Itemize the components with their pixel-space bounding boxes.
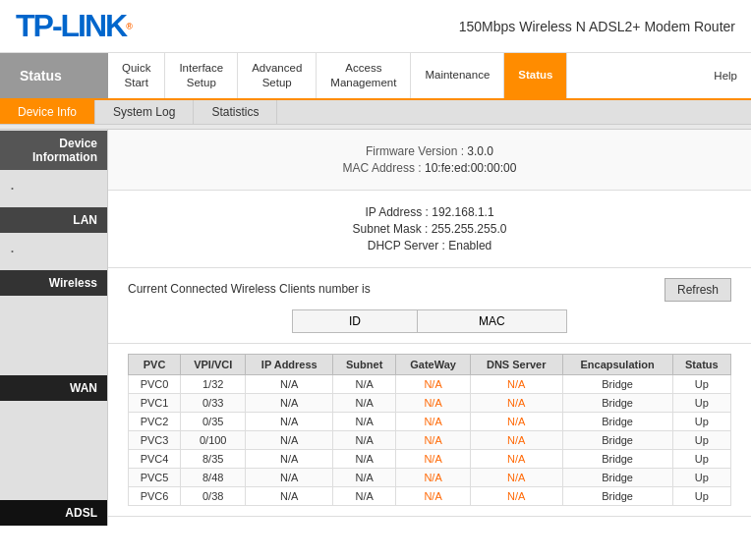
wan-cell: Bridge [562, 412, 672, 430]
wan-cell: 0/35 [181, 412, 246, 430]
wan-cell: N/A [471, 486, 563, 505]
dhcp-row: DHCP Server : Enabled [128, 239, 731, 252]
wan-cell: N/A [333, 449, 396, 468]
wan-cell: N/A [333, 393, 396, 412]
nav-items: QuickStart InterfaceSetup AdvancedSetup … [108, 53, 751, 98]
wan-cell: Up [672, 430, 730, 449]
clients-table: ID MAC [292, 309, 567, 333]
sidebar-dot: · [0, 170, 107, 206]
sub-nav-statistics[interactable]: Statistics [194, 100, 277, 124]
nav-bar: Status QuickStart InterfaceSetup Advance… [0, 53, 751, 100]
wan-cell: 8/35 [181, 449, 246, 468]
sub-nav-device-info[interactable]: Device Info [0, 100, 95, 124]
nav-interface-setup[interactable]: InterfaceSetup [165, 53, 238, 98]
wan-cell: N/A [471, 374, 563, 393]
subnet-label: Subnet Mask : [353, 222, 429, 236]
wan-cell: N/A [471, 393, 563, 412]
sidebar: Device Information · LAN · Wireless WAN … [0, 130, 108, 526]
wan-table-row: PVC58/48N/AN/AN/AN/ABridgeUp [129, 468, 731, 486]
firmware-value: 3.0.0 [467, 144, 493, 158]
wan-cell: N/A [246, 430, 333, 449]
wan-cell: Up [672, 449, 730, 468]
wan-cell: N/A [246, 449, 333, 468]
wan-cell: PVC0 [129, 374, 181, 393]
content-area: Firmware Version : 3.0.0 MAC Address : 1… [108, 130, 751, 526]
wan-cell: PVC4 [129, 449, 181, 468]
wan-cell: N/A [471, 468, 563, 486]
refresh-button[interactable]: Refresh [664, 278, 731, 302]
wan-header: Subnet [333, 354, 396, 374]
dhcp-label: DHCP Server : [368, 239, 445, 252]
wan-table-row: PVC48/35N/AN/AN/AN/ABridgeUp [129, 449, 731, 468]
wan-table-row: PVC30/100N/AN/AN/AN/ABridgeUp [129, 430, 731, 449]
logo: TP-LINK ® [16, 8, 133, 44]
ip-label: IP Address : [365, 205, 428, 219]
wireless-section: Current Connected Wireless Clients numbe… [108, 268, 751, 344]
wan-header: Status [672, 354, 730, 374]
header: TP-LINK ® 150Mbps Wireless N ADSL2+ Mode… [0, 0, 751, 53]
subnet-row: Subnet Mask : 255.255.255.0 [128, 222, 731, 236]
nav-access-management[interactable]: AccessManagement [317, 53, 411, 98]
logo-registered: ® [126, 22, 133, 31]
clients-mac-header: MAC [417, 309, 566, 332]
logo-text: TP-LINK [16, 8, 126, 44]
mac-row: MAC Address : 10:fe:ed:00:00:00 [128, 161, 731, 175]
sub-nav-system-log[interactable]: System Log [95, 100, 194, 124]
sidebar-wan: WAN [0, 375, 107, 401]
wan-header: DNS Server [471, 354, 563, 374]
wan-cell: N/A [396, 430, 471, 449]
wan-cell: N/A [333, 374, 396, 393]
wan-cell: N/A [396, 393, 471, 412]
sidebar-wireless: Wireless [0, 270, 107, 296]
wan-cell: N/A [396, 449, 471, 468]
wan-cell: N/A [396, 486, 471, 505]
wan-cell: Up [672, 393, 730, 412]
sidebar-lan: LAN [0, 207, 107, 233]
wan-cell: Bridge [562, 393, 672, 412]
nav-advanced-setup[interactable]: AdvancedSetup [238, 53, 317, 98]
wan-section: PVCVPI/VCIIP AddressSubnetGateWayDNS Ser… [108, 344, 751, 517]
nav-quick-start[interactable]: QuickStart [108, 53, 165, 98]
wan-table: PVCVPI/VCIIP AddressSubnetGateWayDNS Ser… [128, 354, 731, 506]
subnet-value: 255.255.255.0 [432, 222, 507, 236]
wan-table-row: PVC10/33N/AN/AN/AN/ABridgeUp [129, 393, 731, 412]
mac-value: 10:fe:ed:00:00:00 [425, 161, 516, 175]
wan-cell: PVC1 [129, 393, 181, 412]
wan-cell: N/A [246, 374, 333, 393]
nav-help[interactable]: Help [700, 53, 751, 98]
wan-cell: Up [672, 468, 730, 486]
firmware-row: Firmware Version : 3.0.0 [128, 144, 731, 158]
wan-cell: 0/38 [181, 486, 246, 505]
wan-table-row: PVC01/32N/AN/AN/AN/ABridgeUp [129, 374, 731, 393]
nav-maintenance[interactable]: Maintenance [411, 53, 504, 98]
wan-cell: N/A [246, 468, 333, 486]
wan-cell: N/A [333, 430, 396, 449]
sidebar-dot2: · [0, 233, 107, 269]
wan-header: Encapsulation [562, 354, 672, 374]
mac-label: MAC Address : [343, 161, 422, 175]
wan-header: PVC [129, 354, 181, 374]
wan-cell: N/A [471, 449, 563, 468]
router-title: 150Mbps Wireless N ADSL2+ Modem Router [459, 19, 735, 34]
wan-cell: PVC5 [129, 468, 181, 486]
wan-cell: N/A [246, 412, 333, 430]
wan-cell: N/A [471, 430, 563, 449]
wan-cell: 1/32 [181, 374, 246, 393]
wan-cell: 0/33 [181, 393, 246, 412]
wan-header: GateWay [396, 354, 471, 374]
wan-cell: N/A [333, 486, 396, 505]
device-info-section: Firmware Version : 3.0.0 MAC Address : 1… [108, 130, 751, 191]
wan-cell: Bridge [562, 430, 672, 449]
firmware-label: Firmware Version : [366, 144, 464, 158]
clients-id-header: ID [293, 309, 418, 332]
nav-status[interactable]: Status [504, 53, 567, 98]
wan-cell: Bridge [562, 374, 672, 393]
wan-cell: N/A [396, 374, 471, 393]
wan-cell: N/A [396, 412, 471, 430]
dhcp-value: Enabled [448, 239, 491, 252]
wan-cell: 8/48 [181, 468, 246, 486]
lan-section: IP Address : 192.168.1.1 Subnet Mask : 2… [108, 191, 751, 268]
wan-cell: Up [672, 374, 730, 393]
wireless-connected-text: Current Connected Wireless Clients numbe… [128, 278, 371, 296]
wan-cell: PVC3 [129, 430, 181, 449]
